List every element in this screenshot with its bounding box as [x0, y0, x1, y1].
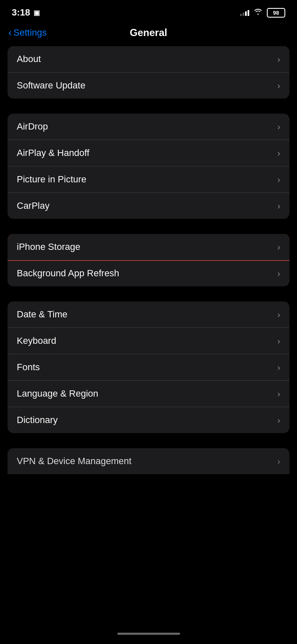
row-software-update-label: Software Update [17, 80, 85, 91]
row-about-label: About [17, 54, 41, 65]
row-language-region[interactable]: Language & Region › [8, 380, 289, 407]
row-picture-in-picture-chevron: › [277, 175, 280, 184]
row-date-time-label: Date & Time [17, 309, 67, 320]
row-background-app-refresh-chevron: › [277, 269, 280, 278]
row-date-time[interactable]: Date & Time › [8, 301, 289, 327]
row-carplay[interactable]: CarPlay › [8, 192, 289, 219]
page-title: General [130, 27, 167, 39]
row-vpn-device-management-label: VPN & Device Management [17, 456, 132, 467]
row-airdrop-chevron: › [277, 122, 280, 132]
signal-bar-1 [240, 14, 242, 16]
row-background-app-refresh-label: Background App Refresh [17, 268, 119, 279]
row-dictionary-chevron: › [277, 415, 280, 425]
row-about[interactable]: About › [8, 46, 289, 72]
row-picture-in-picture[interactable]: Picture in Picture › [8, 166, 289, 192]
settings-group-2: AirDrop › AirPlay & Handoff › Picture in… [8, 114, 289, 219]
back-button-label: Settings [13, 27, 47, 38]
row-language-region-chevron: › [277, 389, 280, 399]
row-fonts-label: Fonts [17, 362, 40, 373]
row-fonts-chevron: › [277, 363, 280, 372]
row-keyboard-chevron: › [277, 336, 280, 346]
row-picture-in-picture-label: Picture in Picture [17, 174, 86, 185]
notification-icon: ▣ [34, 9, 40, 17]
row-dictionary[interactable]: Dictionary › [8, 407, 289, 433]
row-airplay-handoff-label: AirPlay & Handoff [17, 148, 89, 158]
row-about-chevron: › [277, 55, 280, 64]
status-bar: 3:18 ▣ 98 [0, 0, 297, 23]
row-airplay-handoff-chevron: › [277, 148, 280, 158]
signal-bar-4 [248, 10, 249, 16]
row-iphone-storage-chevron: › [277, 242, 280, 252]
home-indicator [0, 628, 297, 639]
settings-group-4: Date & Time › Keyboard › Fonts › Languag… [8, 301, 289, 433]
row-software-update[interactable]: Software Update › [8, 72, 289, 99]
battery-level: 98 [273, 10, 279, 16]
home-bar [117, 633, 180, 635]
battery-indicator: 98 [267, 8, 285, 18]
row-keyboard-label: Keyboard [17, 335, 56, 346]
row-airdrop[interactable]: AirDrop › [8, 114, 289, 140]
settings-group-3: iPhone Storage › Background App Refresh … [8, 234, 289, 286]
time-display: 3:18 [12, 7, 30, 18]
settings-content: About › Software Update › AirDrop › AirP… [0, 46, 297, 433]
signal-bar-2 [243, 13, 244, 16]
status-time-area: 3:18 ▣ [12, 7, 40, 18]
row-vpn-device-management[interactable]: VPN & Device Management › [8, 448, 289, 474]
back-button[interactable]: ‹ Settings [8, 27, 47, 38]
row-background-app-refresh[interactable]: Background App Refresh › [8, 260, 289, 286]
signal-strength [240, 9, 249, 16]
row-keyboard[interactable]: Keyboard › [8, 327, 289, 354]
row-fonts[interactable]: Fonts › [8, 354, 289, 380]
row-airdrop-label: AirDrop [17, 121, 48, 132]
row-carplay-chevron: › [277, 201, 280, 211]
row-dictionary-label: Dictionary [17, 415, 58, 426]
row-software-update-chevron: › [277, 81, 280, 91]
row-airplay-handoff[interactable]: AirPlay & Handoff › [8, 140, 289, 166]
row-carplay-label: CarPlay [17, 200, 49, 211]
wifi-icon [253, 8, 263, 17]
nav-bar: ‹ Settings General [0, 23, 297, 46]
row-language-region-label: Language & Region [17, 388, 98, 399]
settings-group-1: About › Software Update › [8, 46, 289, 99]
row-iphone-storage-label: iPhone Storage [17, 242, 80, 252]
back-chevron-icon: ‹ [8, 28, 12, 38]
settings-group-partial: VPN & Device Management › [8, 448, 289, 474]
row-date-time-chevron: › [277, 310, 280, 319]
status-right-icons: 98 [240, 8, 285, 18]
signal-bar-3 [245, 11, 247, 16]
row-vpn-device-management-chevron: › [277, 457, 280, 466]
row-iphone-storage[interactable]: iPhone Storage › [8, 234, 289, 260]
